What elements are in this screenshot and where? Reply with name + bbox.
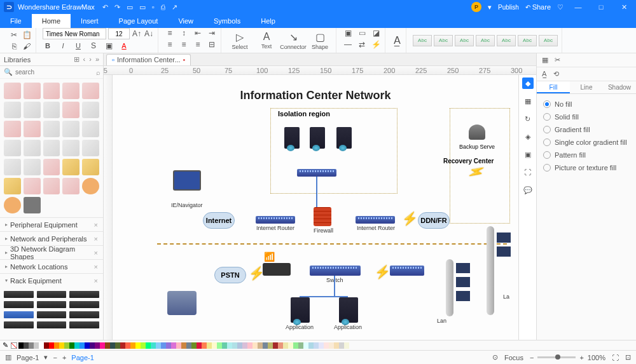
font-style-icon[interactable]: A̲: [392, 36, 402, 46]
shape-item[interactable]: [24, 102, 41, 118]
undo-icon[interactable]: ↶: [102, 3, 108, 11]
fit-page-icon[interactable]: ⛶: [612, 354, 619, 361]
fillopt-solid[interactable]: Solid fill: [543, 111, 630, 123]
shape-item[interactable]: [4, 197, 21, 213]
shape-item[interactable]: [43, 159, 60, 175]
disk-shape[interactable]: [469, 125, 485, 140]
libcat-3d[interactable]: 3D Network Diagram Shapes×: [0, 245, 103, 259]
export-icon[interactable]: ↗: [172, 3, 177, 11]
shape-item[interactable]: [43, 121, 60, 137]
color-swatch[interactable]: [39, 342, 44, 349]
shape-item[interactable]: [82, 178, 99, 194]
color-swatch[interactable]: [49, 342, 54, 349]
color-swatch[interactable]: [141, 342, 146, 349]
lib-back-icon[interactable]: ‹: [83, 55, 86, 64]
color-swatch[interactable]: [247, 342, 252, 349]
page-tab[interactable]: Page-1: [71, 354, 93, 361]
modem-shape[interactable]: [263, 263, 291, 276]
shape-item[interactable]: [62, 159, 80, 175]
redo-icon[interactable]: ↷: [114, 3, 120, 11]
color-swatch[interactable]: [115, 342, 120, 349]
color-swatch[interactable]: [252, 342, 258, 349]
diagram-title[interactable]: Information Center Network: [240, 89, 391, 102]
rotate-tool-icon[interactable]: ⟲: [553, 70, 559, 78]
nocolor-swatch[interactable]: [11, 342, 17, 349]
color-swatch[interactable]: [18, 342, 24, 349]
shape-item[interactable]: [24, 178, 41, 194]
rack-item[interactable]: [4, 291, 34, 298]
color-swatch[interactable]: [268, 342, 273, 349]
new-icon[interactable]: ▭: [127, 3, 133, 11]
color-swatch[interactable]: [166, 342, 171, 349]
indent-right-icon[interactable]: ⇥: [207, 28, 217, 38]
layers-tool-icon[interactable]: ◈: [522, 131, 534, 142]
color-swatch[interactable]: [278, 342, 283, 349]
fontcolor-icon[interactable]: A: [119, 41, 129, 51]
shape-item[interactable]: [62, 83, 80, 99]
comment-tool-icon[interactable]: 💬: [522, 184, 534, 196]
shape-item[interactable]: [4, 121, 21, 137]
color-swatch[interactable]: [212, 342, 217, 349]
color-swatch[interactable]: [69, 342, 74, 349]
style-preset-2[interactable]: Abc: [434, 35, 453, 46]
color-swatch[interactable]: [191, 342, 197, 349]
align-center-icon[interactable]: ≡: [179, 39, 189, 50]
color-swatch[interactable]: [207, 342, 212, 349]
style-preset-7[interactable]: Abc: [539, 35, 558, 46]
rack-item[interactable]: [37, 291, 67, 298]
shape-item[interactable]: [62, 102, 80, 118]
format-painter-icon[interactable]: 🖌: [22, 41, 32, 51]
highlight-icon[interactable]: ▣: [104, 41, 114, 51]
user-avatar[interactable]: P: [471, 2, 481, 12]
bullets-icon[interactable]: ≡: [165, 28, 175, 38]
rack-item[interactable]: [4, 311, 34, 318]
page-menu-icon[interactable]: ▥: [5, 353, 11, 361]
search-input[interactable]: [15, 69, 96, 76]
shape-item[interactable]: [24, 159, 41, 175]
color-swatch[interactable]: [80, 342, 85, 349]
shape-tool[interactable]: ▢Shape: [308, 29, 332, 52]
lan-tower[interactable]: [446, 259, 453, 316]
color-swatch[interactable]: [151, 342, 156, 349]
libcat-locations[interactable]: Network Locations×: [0, 259, 103, 273]
shape-item[interactable]: [82, 140, 99, 156]
search-submit-icon[interactable]: ⌕: [96, 69, 100, 76]
close-icon[interactable]: ✕: [616, 3, 632, 11]
app-server-shape[interactable]: [339, 297, 358, 323]
shape-item[interactable]: [4, 178, 21, 194]
color-swatch[interactable]: [125, 342, 130, 349]
shape-item[interactable]: [43, 83, 60, 99]
color-swatch[interactable]: [222, 342, 227, 349]
firewall-shape[interactable]: [314, 207, 331, 226]
focus-icon[interactable]: ⊙: [492, 353, 498, 361]
switch-shape[interactable]: [310, 266, 361, 276]
shape-item[interactable]: [82, 159, 99, 175]
zoom-out-icon[interactable]: −: [530, 354, 534, 361]
shape-item[interactable]: [82, 83, 99, 99]
publish-button[interactable]: Publish: [498, 4, 519, 11]
router-shape[interactable]: [297, 169, 336, 177]
shape-item[interactable]: [4, 159, 21, 175]
color-swatch[interactable]: [273, 342, 278, 349]
rack-item[interactable]: [4, 321, 34, 328]
color-swatch[interactable]: [319, 342, 324, 349]
print-icon[interactable]: ⎙: [161, 3, 165, 11]
rack-item[interactable]: [4, 301, 34, 308]
bold-icon[interactable]: B: [43, 41, 53, 51]
color-swatch[interactable]: [95, 342, 100, 349]
quick-icon[interactable]: ⚡: [371, 39, 381, 50]
page-dropdown-icon[interactable]: ▾: [44, 353, 48, 361]
color-swatch[interactable]: [161, 342, 166, 349]
fillopt-picture[interactable]: Picture or texture fill: [543, 161, 630, 174]
lib-add-icon[interactable]: ⊞: [74, 55, 80, 64]
color-swatch[interactable]: [314, 342, 319, 349]
fontsize-select[interactable]: [108, 28, 130, 39]
tab-file[interactable]: File: [0, 14, 32, 28]
color-swatch[interactable]: [130, 342, 135, 349]
rack-item[interactable]: [69, 311, 99, 318]
style-preset-1[interactable]: Abc: [413, 35, 432, 46]
connector-tool[interactable]: ↘Connector: [281, 29, 305, 52]
image-tool-icon[interactable]: ▣: [522, 149, 534, 160]
color-swatch[interactable]: [34, 342, 39, 349]
increase-font-icon[interactable]: A↑: [132, 29, 142, 39]
